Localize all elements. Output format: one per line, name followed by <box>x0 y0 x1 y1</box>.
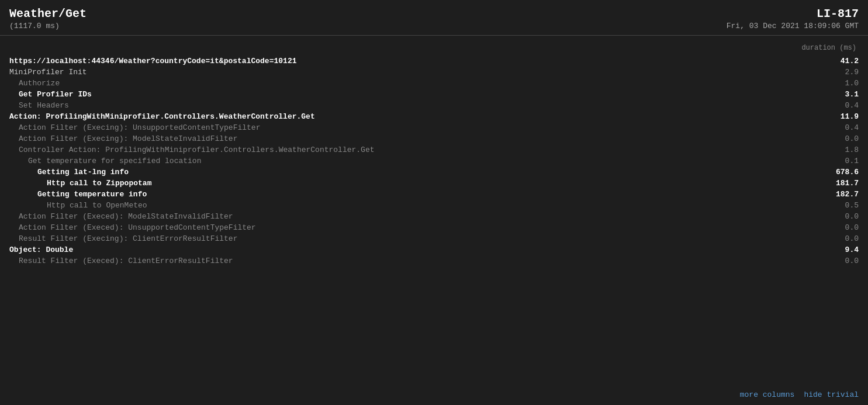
row-label: MiniProfiler Init <box>9 68 824 77</box>
row-duration: 41.2 <box>824 57 859 65</box>
row-duration: 9.4 <box>824 245 859 254</box>
table-row: Object: Double9.4 <box>9 244 859 255</box>
row-label: Set Headers <box>9 101 824 110</box>
row-label: Action Filter (Execed): ModelStateInvali… <box>9 212 824 221</box>
table-row: Set Headers0.4 <box>9 100 859 111</box>
row-label: Action: ProfilingWithMiniprofiler.Contro… <box>9 112 824 121</box>
row-label: Get temperature for specified location <box>9 157 824 165</box>
row-label: Http call to Zippopotam <box>9 179 824 188</box>
page-title: Weather/Get <box>9 7 87 20</box>
row-label: Controller Action: ProfilingWithMiniprof… <box>9 146 824 154</box>
request-id: LI-817 <box>727 7 859 20</box>
table-row: Action Filter (Execed): ModelStateInvali… <box>9 211 859 222</box>
row-duration: 11.9 <box>824 112 859 121</box>
table-row: Authorize1.0 <box>9 78 859 89</box>
table-row: Http call to Zippopotam181.7 <box>9 178 859 189</box>
table-row: MiniProfiler Init2.9 <box>9 67 859 78</box>
row-duration: 0.0 <box>824 223 859 232</box>
row-duration: 2.9 <box>824 68 859 77</box>
row-label: https://localhost:44346/Weather?countryC… <box>9 57 824 65</box>
table-row: Getting lat-lng info678.6 <box>9 167 859 178</box>
table-row: Result Filter (Execing): ClientErrorResu… <box>9 233 859 244</box>
row-duration: 0.0 <box>824 257 859 265</box>
row-duration: 0.1 <box>824 157 859 165</box>
row-duration: 182.7 <box>824 190 859 199</box>
row-duration: 1.0 <box>824 79 859 88</box>
duration-column-header: duration (ms) <box>9 40 859 56</box>
table-row: Action Filter (Execed): UnsupportedConte… <box>9 222 859 233</box>
table-row: https://localhost:44346/Weather?countryC… <box>9 56 859 67</box>
header-left: Weather/Get (1117.0 ms) <box>9 7 87 30</box>
more-columns-link[interactable]: more columns <box>740 390 795 399</box>
row-label: Http call to OpenMeteo <box>9 201 824 210</box>
hide-trivial-link[interactable]: hide trivial <box>804 390 859 399</box>
row-duration: 181.7 <box>824 179 859 188</box>
row-label: Action Filter (Execing): ModelStateInval… <box>9 134 824 143</box>
table-row: Controller Action: ProfilingWithMiniprof… <box>9 144 859 155</box>
row-duration: 0.4 <box>824 123 859 132</box>
rows-container: https://localhost:44346/Weather?countryC… <box>9 56 859 266</box>
row-label: Object: Double <box>9 245 824 254</box>
row-duration: 678.6 <box>824 168 859 176</box>
row-duration: 0.0 <box>824 212 859 221</box>
row-label: Action Filter (Execed): UnsupportedConte… <box>9 223 824 232</box>
row-label: Action Filter (Execing): UnsupportedCont… <box>9 123 824 132</box>
total-duration: (1117.0 ms) <box>9 22 87 30</box>
row-duration: 0.5 <box>824 201 859 210</box>
header: Weather/Get (1117.0 ms) LI-817 Fri, 03 D… <box>0 0 868 36</box>
row-duration: 0.0 <box>824 234 859 243</box>
row-duration: 0.0 <box>824 134 859 143</box>
request-timestamp: Fri, 03 Dec 2021 18:09:06 GMT <box>727 22 859 30</box>
row-duration: 1.8 <box>824 146 859 154</box>
table-row: Http call to OpenMeteo0.5 <box>9 200 859 211</box>
row-label: Getting lat-lng info <box>9 168 824 176</box>
row-label: Get Profiler IDs <box>9 90 824 99</box>
table-row: Action: ProfilingWithMiniprofiler.Contro… <box>9 111 859 122</box>
row-duration: 3.1 <box>824 90 859 99</box>
row-duration: 0.4 <box>824 101 859 110</box>
row-label: Getting temperature info <box>9 190 824 199</box>
content-area: duration (ms) https://localhost:44346/We… <box>0 36 868 290</box>
row-label: Result Filter (Execed): ClientErrorResul… <box>9 257 824 265</box>
header-right: LI-817 Fri, 03 Dec 2021 18:09:06 GMT <box>727 7 859 30</box>
table-row: Get Profiler IDs3.1 <box>9 89 859 100</box>
table-row: Result Filter (Execed): ClientErrorResul… <box>9 255 859 266</box>
table-row: Action Filter (Execing): ModelStateInval… <box>9 133 859 144</box>
row-label: Authorize <box>9 79 824 88</box>
table-row: Getting temperature info182.7 <box>9 189 859 200</box>
table-row: Get temperature for specified location0.… <box>9 155 859 167</box>
row-label: Result Filter (Execing): ClientErrorResu… <box>9 234 824 243</box>
footer: more columns hide trivial <box>731 385 868 405</box>
table-row: Action Filter (Execing): UnsupportedCont… <box>9 122 859 133</box>
